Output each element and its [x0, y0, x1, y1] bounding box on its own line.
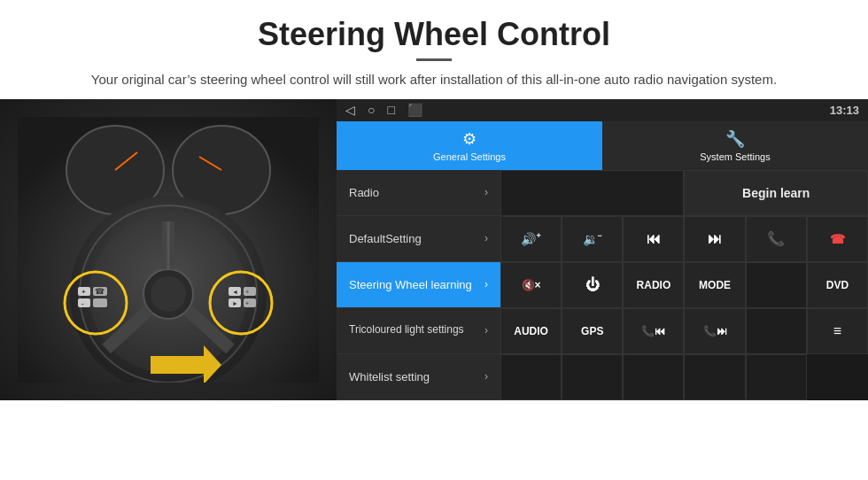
phone-icon: 📞 [767, 230, 785, 247]
radio-label: RADIO [637, 279, 671, 291]
prev-track-button[interactable]: ⏮ [623, 216, 684, 262]
tabs-row: ⚙ General Settings 🔧 System Settings [337, 121, 868, 169]
system-settings-icon: 🔧 [725, 129, 745, 149]
recent-icon[interactable]: □ [387, 103, 394, 117]
tab-general[interactable]: ⚙ General Settings [337, 121, 602, 169]
android-unit-panel: ◁ ○ □ ⬛ 13:13 ⚙ General Settings 🔧 Syste… [337, 99, 868, 400]
dvd-button[interactable]: DVD [807, 262, 868, 308]
left-menu: Radio › DefaultSetting › Steering Wheel … [337, 170, 500, 400]
empty-cell-1 [500, 170, 684, 216]
empty-cell-7 [684, 354, 745, 400]
mute-button[interactable]: 🔇× [500, 262, 562, 308]
back-icon[interactable]: ◁ [345, 103, 355, 117]
tel-prev-icon: 📞⏮ [641, 325, 665, 337]
home-icon[interactable]: ○ [368, 103, 375, 117]
svg-text:+: + [245, 289, 249, 295]
empty-cell-8 [746, 354, 807, 400]
mode-label: MODE [699, 279, 731, 291]
radio-button[interactable]: RADIO [623, 262, 684, 308]
hang-up-button[interactable]: ☎ [807, 216, 868, 262]
menu-item-radio-label: Radio [349, 186, 379, 199]
vol-up-button[interactable]: 🔊+ [500, 216, 562, 262]
menu-icon[interactable]: ⬛ [407, 103, 422, 117]
tel-prev-button[interactable]: 📞⏮ [623, 308, 684, 354]
status-bar-nav: ◁ ○ □ ⬛ [345, 103, 422, 117]
list-button[interactable]: ≡ [807, 308, 868, 354]
menu-buttons-row: Radio › DefaultSetting › Steering Wheel … [337, 170, 868, 400]
menu-item-steering[interactable]: Steering Wheel learning › [337, 262, 500, 308]
menu-item-tricoloured[interactable]: Tricoloured light settings › [337, 308, 500, 354]
chevron-icon: › [484, 370, 488, 383]
svg-point-8 [151, 276, 186, 312]
next-track-button[interactable]: ⏭ [684, 216, 745, 262]
list-icon: ≡ [833, 323, 841, 339]
general-settings-icon: ⚙ [462, 129, 477, 149]
power-icon: ⏻ [585, 277, 600, 293]
dvd-label: DVD [826, 279, 849, 291]
vol-down-button[interactable]: 🔉− [562, 216, 623, 262]
next-track-icon: ⏭ [708, 231, 722, 247]
steering-wheel-image: + - ☎ ◄ ► + + [0, 99, 337, 400]
begin-learn-button[interactable]: Begin learn [684, 170, 868, 216]
empty-cell-3 [746, 308, 807, 354]
svg-text:►: ► [232, 300, 238, 306]
tel-next-icon: 📞⏭ [703, 325, 727, 337]
mute-icon: 🔇× [522, 279, 541, 291]
tel-next-button[interactable]: 📞⏭ [684, 308, 745, 354]
svg-text:◄: ◄ [232, 289, 238, 295]
svg-text:+: + [245, 300, 249, 306]
status-bar: ◁ ○ □ ⬛ 13:13 [337, 99, 868, 122]
chevron-icon: › [484, 186, 488, 198]
audio-button[interactable]: AUDIO [500, 308, 562, 354]
tab-system-label: System Settings [700, 151, 770, 162]
chevron-icon: › [484, 278, 488, 290]
page-title: Steering Wheel Control [53, 16, 815, 53]
empty-cell-2 [746, 262, 807, 308]
chevron-icon: › [484, 232, 488, 244]
right-buttons-grid: Begin learn 🔊+ 🔉− ⏮ ⏭ 📞 [500, 170, 868, 400]
menu-item-tricoloured-label: Tricoloured light settings [349, 323, 464, 337]
svg-text:-: - [81, 299, 84, 307]
empty-cell-5 [562, 354, 623, 400]
content-row: + - ☎ ◄ ► + + [0, 99, 868, 400]
clock: 13:13 [830, 104, 859, 117]
phone-button[interactable]: 📞 [746, 216, 807, 262]
audio-label: AUDIO [514, 325, 548, 337]
svg-rect-17 [93, 298, 107, 307]
tab-system[interactable]: 🔧 System Settings [602, 121, 868, 169]
empty-cell-6 [623, 354, 684, 400]
svg-text:+: + [81, 288, 86, 296]
vol-up-icon: 🔊+ [521, 231, 540, 246]
tab-general-label: General Settings [433, 151, 506, 162]
menu-item-steering-label: Steering Wheel learning [349, 278, 472, 291]
hang-up-icon: ☎ [830, 232, 845, 246]
vol-down-icon: 🔉− [583, 231, 602, 246]
chevron-icon: › [484, 324, 488, 337]
svg-rect-15 [78, 298, 90, 307]
gps-button[interactable]: GPS [562, 308, 623, 354]
empty-cell-4 [500, 354, 562, 400]
steering-wheel-svg: + - ☎ ◄ ► + + [18, 117, 319, 383]
gps-label: GPS [581, 325, 603, 337]
title-divider [416, 58, 452, 61]
subtitle: Your original car’s steering wheel contr… [53, 70, 815, 90]
menu-item-whitelist-label: Whitelist setting [349, 370, 430, 383]
top-section: Steering Wheel Control Your original car… [0, 0, 868, 99]
svg-text:☎: ☎ [95, 287, 105, 296]
menu-item-default[interactable]: DefaultSetting › [337, 216, 500, 262]
menu-item-radio[interactable]: Radio › [337, 170, 500, 216]
menu-item-default-label: DefaultSetting [349, 232, 422, 245]
menu-item-whitelist[interactable]: Whitelist setting › [337, 354, 500, 400]
mode-button[interactable]: MODE [684, 262, 745, 308]
prev-track-icon: ⏮ [647, 231, 661, 247]
power-button[interactable]: ⏻ [562, 262, 623, 308]
